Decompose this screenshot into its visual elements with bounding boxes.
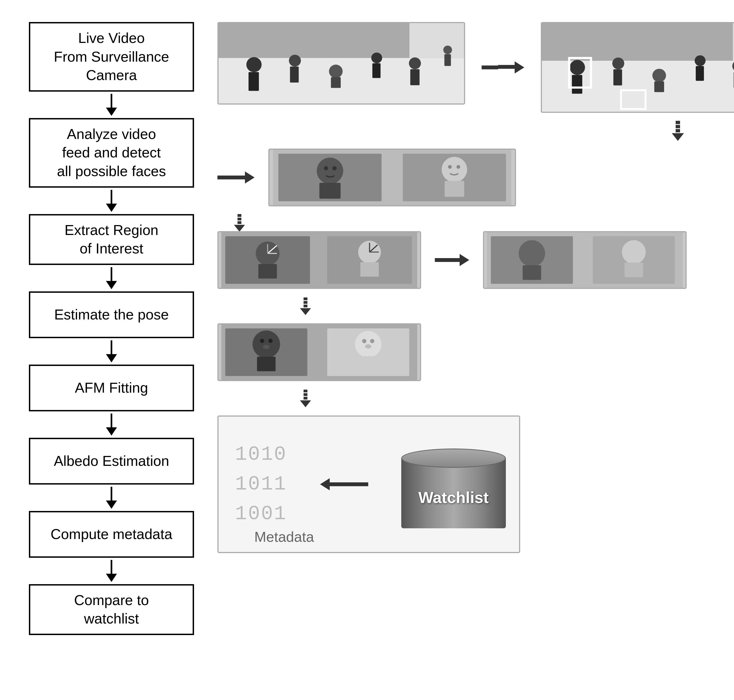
- arrow-2: [106, 190, 117, 212]
- arrow-line-h-1: [482, 66, 498, 69]
- svg-point-73: [355, 331, 381, 357]
- pose-svg-right: [484, 232, 685, 288]
- svg-rect-18: [542, 23, 734, 61]
- arrow-line-4: [110, 340, 112, 354]
- svg-rect-7: [290, 66, 299, 82]
- metadata-label: Metadata: [254, 529, 314, 545]
- svg-rect-42: [444, 181, 464, 197]
- flowchart-column: Live Video From Surveillance Camera Anal…: [22, 16, 201, 684]
- arrow-line-2: [110, 190, 112, 204]
- box-live-video-label: Live Video From Surveillance Camera: [54, 29, 169, 85]
- arrow-detect-to-extract: [218, 121, 734, 140]
- arrow-head-7: [106, 574, 117, 582]
- arrow-line-5: [110, 413, 112, 427]
- arrow-4: [106, 340, 117, 362]
- svg-rect-19: [733, 23, 734, 61]
- arrow-line-pose-2: [447, 258, 460, 262]
- svg-point-10: [371, 53, 382, 63]
- svg-point-69: [260, 339, 264, 343]
- pose-left-section: [218, 215, 421, 289]
- svg-rect-15: [444, 54, 451, 66]
- arrow-to-extract-left: [218, 171, 254, 184]
- box-albedo-estimation: Albedo Estimation: [29, 438, 194, 485]
- binary-section: 1010 1011 1001: [235, 440, 287, 529]
- svg-rect-11: [372, 63, 381, 78]
- arrow-head-4: [106, 354, 117, 362]
- surveillance-panel-left: [218, 22, 465, 104]
- arrow-head-1: [106, 107, 117, 116]
- box-extract-roi: Extract Region of Interest: [29, 214, 194, 265]
- extracted-roi-panel-right: [268, 149, 516, 206]
- arrow-head-2: [106, 204, 117, 212]
- box-albedo-estimation-label: Albedo Estimation: [54, 452, 169, 471]
- binary-line-1: 1010: [235, 440, 287, 469]
- arrow-from-watchlist: [320, 478, 368, 490]
- arrow-point-pose-1: [460, 254, 469, 266]
- arrow-head-6: [106, 500, 117, 509]
- surveillance-panel-right: [541, 22, 734, 113]
- arrow-1: [106, 94, 117, 116]
- svg-point-38: [324, 166, 328, 170]
- down-arrow-4: [300, 390, 311, 407]
- svg-rect-9: [331, 77, 341, 88]
- svg-rect-5: [249, 72, 259, 91]
- box-compare-watchlist: Compare to watchlist: [29, 584, 194, 635]
- arrow-5: [106, 413, 117, 435]
- svg-point-28: [695, 55, 706, 66]
- box-compare-watchlist-label: Compare to watchlist: [74, 591, 149, 628]
- afm-panel: [218, 323, 421, 381]
- svg-rect-64: [624, 263, 643, 277]
- surveillance-svg-left: [219, 23, 464, 103]
- box-compute-metadata-label: Compute metadata: [51, 525, 172, 544]
- binary-line-3: 1001: [235, 499, 287, 529]
- svg-rect-21: [572, 75, 582, 94]
- svg-point-44: [457, 165, 460, 169]
- box-estimate-pose-label: Estimate the pose: [54, 306, 169, 324]
- box-afm-fitting-label: AFM Fitting: [75, 379, 148, 397]
- svg-point-8: [329, 65, 343, 78]
- svg-point-76: [370, 339, 374, 343]
- arrow-3: [106, 267, 117, 289]
- svg-point-14: [443, 46, 452, 54]
- svg-point-6: [289, 55, 301, 66]
- svg-rect-74: [359, 356, 377, 371]
- surveillance-svg-right: [542, 23, 734, 112]
- arrow-line-watch-1: [349, 482, 368, 486]
- row-surveillance: [218, 22, 734, 113]
- arrow-surv-to-detect: [482, 61, 524, 74]
- arrow-head-5: [106, 427, 117, 435]
- arrow-point-watch-1: [320, 478, 330, 490]
- box-compute-metadata: Compute metadata: [29, 511, 194, 558]
- svg-rect-29: [696, 66, 704, 81]
- main-container: Live Video From Surveillance Camera Anal…: [0, 0, 734, 700]
- svg-point-23: [612, 57, 624, 69]
- svg-point-20: [570, 60, 585, 75]
- cylinder-body: Watchlist: [401, 458, 506, 528]
- arrow-line-watch-2: [330, 482, 349, 486]
- right-layout: 1010 1011 1001: [218, 16, 734, 553]
- svg-point-63: [622, 240, 646, 264]
- arrow-line-1: [110, 94, 112, 107]
- svg-point-71: [263, 345, 269, 349]
- spacer-pose-right: [483, 215, 687, 231]
- arrow-line-3: [110, 267, 112, 281]
- svg-point-39: [332, 166, 337, 170]
- arrow-6: [106, 487, 117, 509]
- extracted-roi-svg: [269, 150, 515, 205]
- row-extract: [218, 149, 734, 206]
- arrow-line-extract-1: [218, 175, 231, 179]
- arrow-line-pose-1: [435, 258, 447, 262]
- arrow-line-extract-2: [231, 175, 245, 179]
- svg-point-41: [442, 157, 467, 182]
- svg-rect-61: [523, 265, 541, 280]
- svg-rect-68: [257, 357, 275, 371]
- box-live-video: Live Video From Surveillance Camera: [29, 22, 194, 92]
- svg-point-36: [317, 158, 343, 184]
- arrow-to-pose-left: [218, 215, 421, 231]
- visuals-column: 1010 1011 1001: [218, 16, 734, 684]
- pose-panel-left: [218, 231, 421, 289]
- afm-svg: [219, 324, 420, 380]
- arrow-head-3: [106, 281, 117, 289]
- cylinder-wrapper: Watchlist: [401, 449, 506, 528]
- thick-arrow-h-1: [482, 61, 524, 74]
